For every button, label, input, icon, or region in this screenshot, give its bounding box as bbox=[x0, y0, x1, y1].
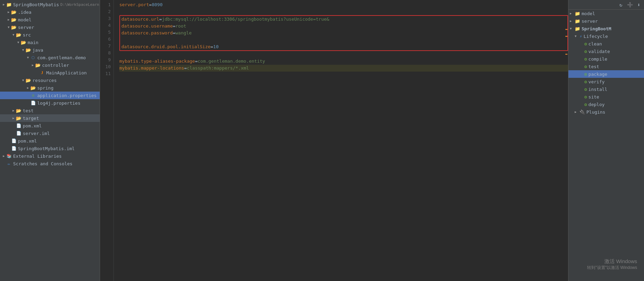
windows-activate-watermark: 激活 Windows 转到"设置"以激活 Windows bbox=[587, 258, 637, 271]
maven-phase-icon-package: ⚙ bbox=[584, 72, 587, 77]
maven-phase-icon-clean: ⚙ bbox=[584, 41, 587, 46]
maven-item-model[interactable]: ▶ 📁 model bbox=[568, 10, 644, 17]
maven-label-compile: compile bbox=[588, 56, 607, 62]
tree-arrow-model: ▶ bbox=[6, 17, 11, 22]
maven-item-compile[interactable]: ⚙ compile bbox=[568, 55, 644, 63]
iml-icon-server: 📄 bbox=[16, 131, 21, 136]
code-val-10: classpath:mappers/*.xml bbox=[187, 65, 249, 72]
tree-item-pom-server[interactable]: ▶ 📄 pom.xml bbox=[0, 122, 100, 129]
tree-label-src: src bbox=[23, 32, 31, 38]
tree-item-src[interactable]: ▼ 📂 src bbox=[0, 31, 100, 39]
java-icon-mainapplication: J bbox=[39, 70, 45, 75]
scratches-icon: ✏ bbox=[6, 161, 12, 166]
tree-label-package: com.gentleman.demo bbox=[37, 55, 86, 60]
code-key-7: datasource.druid.pool.initialSize bbox=[121, 43, 210, 50]
maven-item-package[interactable]: ⚙ package bbox=[568, 70, 644, 78]
editor-content: 1 2 3 4 5 6 7 8 9 10 11 server.port=8090 bbox=[100, 0, 568, 281]
tree-item-external-libraries[interactable]: ▶ 📚 External Libraries bbox=[0, 152, 100, 160]
maven-item-clean[interactable]: ⚙ clean bbox=[568, 40, 644, 48]
maven-panel: ↻ ➕ ⬇ ▶ 📁 model ▶ 📁 server ▼ 📁 SpringBoo… bbox=[568, 0, 644, 281]
tree-item-resources[interactable]: ▼ 📂 resources bbox=[0, 76, 100, 84]
tree-item-model[interactable]: ▶ 📂 model bbox=[0, 16, 100, 23]
tree-item-spring[interactable]: ▶ 📂 spring bbox=[0, 84, 100, 92]
tree-label-springbootmybatis-iml: SpringBootMybatis.iml bbox=[18, 146, 75, 151]
tree-item-java[interactable]: ▼ 📂 java bbox=[0, 46, 100, 54]
code-val-9: com.gentleman.demo.entity bbox=[198, 58, 265, 65]
properties-icon-app: ⚙ bbox=[30, 93, 36, 98]
maven-item-install[interactable]: ⚙ install bbox=[568, 85, 644, 93]
code-line-5: datasource.password=wangle bbox=[121, 30, 566, 37]
code-eq-10: = bbox=[184, 65, 187, 72]
line-num-5: 5 bbox=[100, 29, 111, 36]
line-num-10: 10 bbox=[100, 63, 111, 70]
code-line-1: server.port=8090 bbox=[119, 1, 568, 8]
tree-path-root: D:\WorkSpaceLearn bbox=[60, 2, 99, 7]
maven-phase-icon-verify: ⚙ bbox=[584, 79, 587, 84]
maven-item-deploy[interactable]: ⚙ deploy bbox=[568, 101, 644, 108]
maven-label-clean: clean bbox=[588, 41, 602, 46]
maven-refresh-button[interactable]: ↻ bbox=[617, 1, 625, 9]
maven-item-site[interactable]: ⚙ site bbox=[568, 93, 644, 101]
scroll-marker-2 bbox=[565, 36, 567, 37]
code-val-1: 8090 bbox=[152, 1, 162, 8]
folder-icon-resources: 📂 bbox=[26, 77, 31, 83]
windows-activate-text: 激活 Windows bbox=[587, 258, 637, 265]
project-tree-panel[interactable]: ▶ 📁 SpringBootMybatis D:\WorkSpaceLearn … bbox=[0, 0, 100, 281]
tree-item-root[interactable]: ▶ 📁 SpringBootMybatis D:\WorkSpaceLearn bbox=[0, 1, 100, 8]
maven-item-server[interactable]: ▶ 📁 server bbox=[568, 17, 644, 25]
code-key-5: datasource.password bbox=[121, 30, 173, 37]
maven-phase-icon-install: ⚙ bbox=[584, 87, 587, 92]
maven-label-deploy: deploy bbox=[588, 102, 605, 107]
code-key-3: datasource.url bbox=[121, 16, 159, 23]
maven-phase-icon-test: ⚙ bbox=[584, 64, 587, 69]
tree-arrow-idea: ▶ bbox=[6, 10, 11, 14]
maven-item-plugins[interactable]: ▶ 🔌 Plugins bbox=[568, 108, 644, 116]
tree-item-controller[interactable]: ▶ 📂 controller bbox=[0, 61, 100, 69]
tree-item-server-iml[interactable]: ▶ 📄 server.iml bbox=[0, 129, 100, 137]
code-val-7: 10 bbox=[213, 43, 219, 50]
maven-phase-icon-validate: ⚙ bbox=[584, 49, 587, 54]
maven-item-lifecycle[interactable]: ▼ ⚡ Lifecycle bbox=[568, 32, 644, 40]
tree-item-application-properties[interactable]: ▶ ⚙ application.properties bbox=[0, 92, 100, 99]
maven-label-install: install bbox=[588, 87, 607, 92]
tree-item-mainapplication[interactable]: ▶ J MainApplication bbox=[0, 69, 100, 76]
maven-item-validate[interactable]: ⚙ validate bbox=[568, 48, 644, 55]
maven-item-verify[interactable]: ⚙ verify bbox=[568, 78, 644, 85]
xml-icon-pom-server: 📄 bbox=[16, 123, 21, 128]
tree-item-target[interactable]: ▶ 📂 target bbox=[0, 114, 100, 122]
tree-item-scratches[interactable]: ▶ ✏ Scratches and Consoles bbox=[0, 160, 100, 167]
maven-item-test[interactable]: ⚙ test bbox=[568, 63, 644, 70]
maven-module-icon-model: 📁 bbox=[575, 11, 580, 16]
tree-item-main[interactable]: ▼ 📂 main bbox=[0, 39, 100, 46]
tree-label-spring: spring bbox=[37, 85, 53, 91]
line-num-4: 4 bbox=[100, 22, 111, 29]
tree-label-model: model bbox=[18, 17, 31, 22]
tree-item-package[interactable]: ▼ ⬡ com.gentleman.demo bbox=[0, 54, 100, 61]
tree-item-test[interactable]: ▶ 📂 test bbox=[0, 107, 100, 114]
tree-item-pom-root[interactable]: ▶ 📄 pom.xml bbox=[0, 137, 100, 145]
code-line-3: datasource.url=jdbc:mysql://localhost:33… bbox=[121, 16, 566, 23]
code-area[interactable]: server.port=8090 datasource.url=jdbc:mys… bbox=[114, 0, 568, 281]
tree-arrow-java: ▼ bbox=[21, 48, 26, 52]
code-val-3: jdbc:mysql://localhost:3306/springbootmy… bbox=[162, 16, 329, 23]
tree-item-log4j-properties[interactable]: ▶ 📄 log4j.properties bbox=[0, 99, 100, 107]
maven-add-button[interactable]: ➕ bbox=[626, 1, 634, 9]
maven-item-springbootm[interactable]: ▼ 📁 SpringBootM bbox=[568, 25, 644, 32]
maven-arrow-springbootm: ▼ bbox=[570, 27, 575, 30]
tree-item-springbootmybatis-iml[interactable]: ▶ 📄 SpringBootMybatis.iml bbox=[0, 145, 100, 152]
code-line-4: datasource.username=root bbox=[121, 23, 566, 30]
project-icon: 📁 bbox=[6, 2, 12, 7]
code-line-10: mybatis.mapper-locations=classpath:mappe… bbox=[119, 65, 568, 72]
tree-label-log4j-properties: log4j.properties bbox=[37, 101, 80, 106]
tree-item-server[interactable]: ▼ 📂 server bbox=[0, 23, 100, 31]
maven-module-icon-springbootm: 📁 bbox=[575, 26, 580, 31]
line-num-1: 1 bbox=[100, 1, 111, 8]
code-line-9: mybatis.type-aliases-package=com.gentlem… bbox=[119, 58, 568, 65]
folder-icon-main: 📂 bbox=[21, 40, 26, 45]
maven-label-validate: validate bbox=[588, 49, 610, 54]
maven-download-button[interactable]: ⬇ bbox=[635, 1, 643, 9]
tree-label-pom-server: pom.xml bbox=[23, 123, 42, 128]
code-eq-4: = bbox=[173, 23, 176, 30]
tree-item-idea[interactable]: ▶ 📂 .idea bbox=[0, 8, 100, 16]
ext-lib-icon: 📚 bbox=[6, 153, 12, 159]
